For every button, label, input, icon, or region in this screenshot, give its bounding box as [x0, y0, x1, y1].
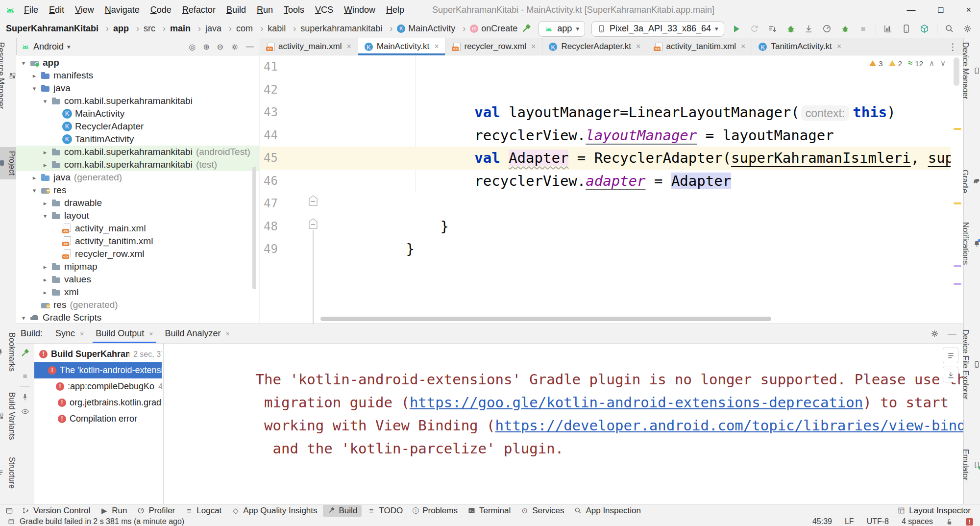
- hide-build-panel-icon[interactable]: —: [948, 328, 956, 339]
- tool-button-gradle[interactable]: Gradle: [964, 170, 980, 193]
- project-tree-row[interactable]: app: [16, 56, 259, 69]
- tab-list-more-icon[interactable]: ⋮: [942, 38, 963, 55]
- expand-all-icon[interactable]: ⊕: [203, 42, 209, 51]
- breadcrumb-item[interactable]: superkahramankitabi: [300, 24, 397, 34]
- run-button[interactable]: [731, 23, 742, 35]
- device-manager-icon[interactable]: [919, 23, 931, 35]
- caret-position[interactable]: 45:39: [812, 517, 832, 526]
- build-tab-sync[interactable]: Sync ×: [49, 324, 90, 343]
- tree-chevron-icon[interactable]: [41, 263, 49, 271]
- tab-close-icon[interactable]: ×: [531, 42, 536, 51]
- locate-file-icon[interactable]: ◎: [189, 42, 196, 51]
- capture-icon[interactable]: [882, 23, 894, 35]
- breadcrumb-item[interactable]: onCreate: [470, 24, 520, 34]
- inspect-icon[interactable]: [21, 407, 29, 416]
- project-tree-row[interactable]: activity_main.xml: [16, 222, 259, 235]
- info-stripe-mark[interactable]: [954, 265, 961, 267]
- pin-tab-icon[interactable]: [21, 393, 29, 401]
- project-tree-row[interactable]: manifests: [16, 69, 259, 82]
- menu-item[interactable]: Code: [145, 2, 177, 18]
- minimize-button[interactable]: —: [907, 5, 916, 15]
- attach-debugger-icon[interactable]: [803, 23, 815, 35]
- breadcrumb-item[interactable]: SuperKahramanKitabi: [6, 24, 113, 34]
- tool-button-todo[interactable]: ≡ TODO: [363, 505, 407, 517]
- project-tree-row[interactable]: res (generated): [16, 299, 259, 311]
- close-button[interactable]: ×: [966, 5, 971, 15]
- tool-button-layout-inspector[interactable]: Layout Inspector: [893, 505, 975, 517]
- code-editor[interactable]: 414243444546474849 val layoutManager=Lin…: [260, 55, 963, 324]
- tool-button-device-file-explorer[interactable]: Device File Explorer: [964, 329, 980, 400]
- project-tree-row[interactable]: recycler_row.xml: [16, 248, 259, 260]
- tree-chevron-icon[interactable]: [41, 149, 49, 156]
- project-tree-row[interactable]: drawable: [16, 197, 259, 209]
- project-tree-row[interactable]: layout: [16, 209, 259, 222]
- editor-tab[interactable]: recycler_row.xml ×: [445, 38, 542, 55]
- tool-button-app-quality-insights[interactable]: ◇ App Quality Insights: [227, 505, 321, 517]
- project-tree-row[interactable]: Gradle Scripts: [16, 311, 259, 324]
- breadcrumb-item[interactable]: app: [113, 24, 144, 34]
- breadcrumb-item[interactable]: com: [236, 24, 268, 34]
- build-output-console[interactable]: The 'kotlin-android-extensions' Gradle p…: [163, 344, 963, 504]
- status-message[interactable]: Gradle build failed in 2 s 381 ms (a min…: [20, 517, 184, 526]
- tab-close-icon[interactable]: ×: [741, 42, 745, 51]
- code-line[interactable]: [320, 55, 951, 78]
- tool-button-bookmarks[interactable]: Bookmarks: [0, 332, 16, 372]
- menu-item[interactable]: Tools: [278, 2, 310, 18]
- project-tree-row[interactable]: activity_tanitim.xml: [16, 235, 259, 248]
- editor-tab[interactable]: MainActivity.kt ×: [358, 38, 446, 55]
- warning-stripe-mark[interactable]: [954, 202, 961, 204]
- tool-button-project[interactable]: Project: [0, 147, 16, 179]
- tool-button-build-variants[interactable]: Build Variants: [0, 392, 16, 440]
- tree-chevron-icon[interactable]: [19, 59, 28, 67]
- build-hammer-icon[interactable]: [520, 23, 532, 35]
- profiler-icon[interactable]: [821, 23, 833, 35]
- stop-build-icon[interactable]: ■: [23, 372, 27, 380]
- running-devices-icon[interactable]: [901, 23, 912, 35]
- run-configuration-select[interactable]: app ▾: [539, 21, 585, 37]
- fold-marker-icon[interactable]: [308, 218, 318, 229]
- tree-chevron-icon[interactable]: [41, 161, 49, 169]
- code-line[interactable]: [320, 238, 951, 261]
- code-line[interactable]: val layoutManager=LinearLayoutManager(co…: [320, 78, 951, 101]
- next-problem-icon[interactable]: ∨: [940, 59, 946, 68]
- tree-chevron-icon[interactable]: [30, 72, 39, 79]
- code-area[interactable]: val layoutManager=LinearLayoutManager(co…: [320, 55, 951, 324]
- apply-changes-icon[interactable]: [767, 23, 779, 35]
- prev-problem-icon[interactable]: ∧: [929, 59, 934, 68]
- tool-button-profiler[interactable]: Profiler: [132, 505, 179, 517]
- menu-item[interactable]: File: [19, 2, 44, 18]
- tool-button-emulator[interactable]: Emulator: [964, 449, 980, 480]
- menu-item[interactable]: View: [70, 2, 99, 18]
- project-tree-row[interactable]: xml: [16, 286, 259, 299]
- tool-button-build[interactable]: Build: [323, 505, 362, 517]
- tool-button-logcat[interactable]: ≡ Logcat: [180, 505, 226, 517]
- tab-close-icon[interactable]: ×: [837, 42, 841, 51]
- tool-button-notifications[interactable]: Notifications: [964, 222, 980, 265]
- menu-item[interactable]: Build: [221, 2, 251, 18]
- fold-marker-icon[interactable]: [308, 195, 318, 206]
- warning-stripe-mark[interactable]: [954, 128, 961, 130]
- device-select[interactable]: Pixel_3a_API_33_x86_64 ▾: [591, 21, 724, 37]
- tree-chevron-icon[interactable]: [30, 187, 39, 194]
- status-window-icon[interactable]: [7, 518, 15, 526]
- tab-close-icon[interactable]: ×: [346, 42, 351, 51]
- stop-button[interactable]: ■: [858, 23, 869, 35]
- editor-tab[interactable]: activity_tanitim.xml ×: [647, 38, 752, 55]
- build-settings-icon[interactable]: [931, 329, 939, 338]
- breadcrumb-item[interactable]: kabil: [268, 24, 300, 34]
- code-line[interactable]: }: [320, 192, 951, 215]
- collapse-all-icon[interactable]: ⊖: [217, 42, 223, 51]
- project-tree-row[interactable]: com.kabil.superkahramankitabi: [16, 95, 259, 107]
- menu-item[interactable]: Run: [251, 2, 278, 18]
- restart-build-icon[interactable]: [20, 349, 30, 358]
- maximize-button[interactable]: □: [938, 5, 944, 15]
- tool-button-run[interactable]: ▶ Run: [96, 505, 131, 517]
- tree-chevron-icon[interactable]: [30, 85, 39, 92]
- indent-indicator[interactable]: 4 spaces: [902, 517, 933, 526]
- breadcrumb-item[interactable]: main: [170, 24, 205, 34]
- panel-settings-icon[interactable]: [231, 42, 239, 51]
- write-access-lock-icon[interactable]: [946, 518, 953, 526]
- tree-chevron-icon[interactable]: [41, 200, 49, 207]
- editor-tab[interactable]: RecyclerAdapter.kt ×: [542, 38, 647, 55]
- tree-chevron-icon[interactable]: [41, 98, 49, 105]
